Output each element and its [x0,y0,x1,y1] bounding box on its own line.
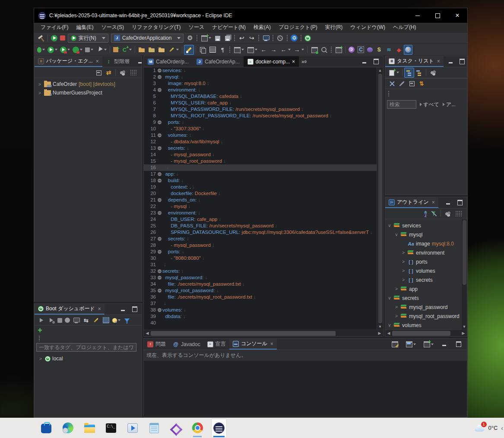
outline-node-mysql_password[interactable]: >mysql_password [385,303,461,312]
chrome-button[interactable] [190,419,205,437]
run-button[interactable] [46,45,59,55]
task-menu-button[interactable] [428,68,438,78]
fold-marker-column[interactable] [157,268,162,274]
close-tab-icon[interactable]: × [432,199,435,205]
maximize-button[interactable] [428,8,447,23]
outline-node-volumes[interactable]: ∨volumes [385,321,461,330]
profile-button[interactable] [71,45,84,55]
debug-button[interactable] [36,45,46,55]
fold-collapse-icon[interactable] [158,120,162,124]
outline-node-services[interactable]: ∨services [385,221,461,230]
maximize-view-icon[interactable] [456,199,463,206]
scheduled-view-button[interactable] [414,68,424,78]
run-last-button[interactable] [50,33,59,43]
fold-marker-column[interactable] [157,145,162,151]
perspective-gem-button[interactable] [394,45,404,55]
code-line-25[interactable]: 25 DB_PASS_FILE: /run/secrets/mysql_pass… [144,223,377,229]
code-line-27[interactable]: 27 secrets: ↓ [144,236,377,242]
link-editor-button[interactable] [104,68,114,78]
fold-marker-column[interactable] [157,171,162,177]
fold-collapse-icon[interactable] [158,198,162,202]
maximize-view-button[interactable] [453,339,463,349]
view-menu-button[interactable] [127,68,140,78]
fold-marker-column[interactable] [157,307,162,313]
new-view-button[interactable] [333,45,343,55]
code-line-14[interactable]: 14 - mysql_password ↓ [144,151,377,158]
filter-outline-button[interactable] [429,209,439,219]
chevron-right-icon[interactable]: > [38,356,43,361]
external-tools-button[interactable] [84,45,95,55]
editor-tab-overflow[interactable]: »9 [299,56,309,67]
fold-collapse-icon[interactable] [158,269,162,273]
fold-marker-column[interactable] [157,132,162,139]
code-line-24[interactable]: 24 DB_USER: cafe_app ↓ [144,216,377,223]
maximize-view-icon[interactable] [459,58,466,65]
spring-gear-button[interactable] [289,33,299,43]
annotate-pen-button[interactable] [167,45,180,55]
close-tab-icon[interactable]: × [96,58,99,64]
boot-item-local[interactable]: >local [35,354,142,363]
fold-collapse-icon[interactable] [158,289,162,293]
boot-run-button[interactable] [36,315,46,325]
code-line-33[interactable]: 33 mysql_password: ↓ [144,274,377,281]
menu-10[interactable]: ウィンドウ(W) [346,23,389,32]
tab-type-hierarchy[interactable]: ⁞ 型階層 [102,56,133,67]
boot-stop-button[interactable] [56,315,63,325]
minimize-view-icon[interactable] [361,58,368,65]
editor-tab-2[interactable]: JCafeOrderAp... [193,56,244,67]
fold-collapse-icon[interactable] [158,146,162,150]
eclipse-button[interactable] [212,419,226,437]
fold-collapse-icon[interactable] [158,69,162,72]
edge-button[interactable] [60,419,75,437]
menu-2[interactable]: 編集(E) [72,23,97,32]
close-tab-icon[interactable]: × [270,341,273,347]
view-filters-button[interactable] [117,68,127,78]
code-line-15[interactable]: 15 - mysql_root_password ↓ [144,158,377,164]
code-line-37[interactable]: 37 ↓ [144,300,377,307]
open-console-button[interactable] [422,339,435,349]
close-tab-icon[interactable]: × [292,59,295,65]
fold-marker-column[interactable] [157,197,162,203]
boot-overflow-dots[interactable] [38,335,40,341]
editor-tab-1[interactable]: MCafeOrder/p... [144,56,193,67]
fold-marker-column[interactable] [157,67,162,74]
boot-console-button[interactable] [71,315,81,325]
code-line-5[interactable]: 5 MYSQL_DATABASE: cafedata ↓ [144,93,377,100]
new-task-button[interactable] [387,68,400,78]
launch-gear-button[interactable] [185,33,195,43]
save-button[interactable] [212,33,222,43]
code-line-20[interactable]: 20 dockerfile: Dockerfile ↓ [144,190,377,197]
terminate-button[interactable] [59,33,67,43]
collapse-tasks-button[interactable] [407,79,417,88]
visual-studio-button[interactable] [168,419,183,437]
console-tab-4[interactable]: ▬コンソール× [229,339,277,350]
code-line-32[interactable]: 32secrets: ↓ [144,268,377,274]
fold-collapse-icon[interactable] [158,133,162,137]
code-line-35[interactable]: 35 mysql_root_password: ↓ [144,287,377,294]
tab-boot-dashboard[interactable]: Boot ダッシュボード × [35,304,105,315]
list-view-button[interactable] [208,45,218,55]
scroll-left-icon[interactable]: ◀ [385,331,392,335]
boot-lightbulb-button[interactable] [111,315,122,325]
code-line-18[interactable]: 18 build: ↓ [144,177,377,184]
build-hammer-button[interactable] [36,33,46,43]
minimize-button[interactable] [408,8,428,23]
chevron-right-icon[interactable]: > [37,82,42,87]
code-line-9[interactable]: 9 ports: ↓ [144,119,377,126]
chevron-right-icon[interactable]: > [394,305,399,309]
media-player-button[interactable] [125,419,140,437]
chevron-down-icon[interactable]: ∨ [387,223,392,228]
boot-filter-input[interactable] [36,343,136,352]
launch-config-combo[interactable]: JCafeOrderApplication [111,34,184,43]
forward-nav-button[interactable] [292,45,305,55]
outline-node-environment[interactable]: >environment [385,248,461,257]
outline-node-secrets[interactable]: ∨secrets [385,293,461,303]
menu-4[interactable]: リファクタリング(T) [128,23,185,32]
mark-occurrences-button[interactable] [275,33,285,43]
menu-8[interactable]: プロジェクト(P) [275,23,321,32]
coverage-button[interactable] [59,45,71,55]
close-tab-icon[interactable]: × [437,58,440,64]
boot-properties-button[interactable] [101,315,111,325]
open-resource-folder-button[interactable] [147,45,157,55]
perspective-camel-button[interactable]: ≋ [384,45,394,55]
